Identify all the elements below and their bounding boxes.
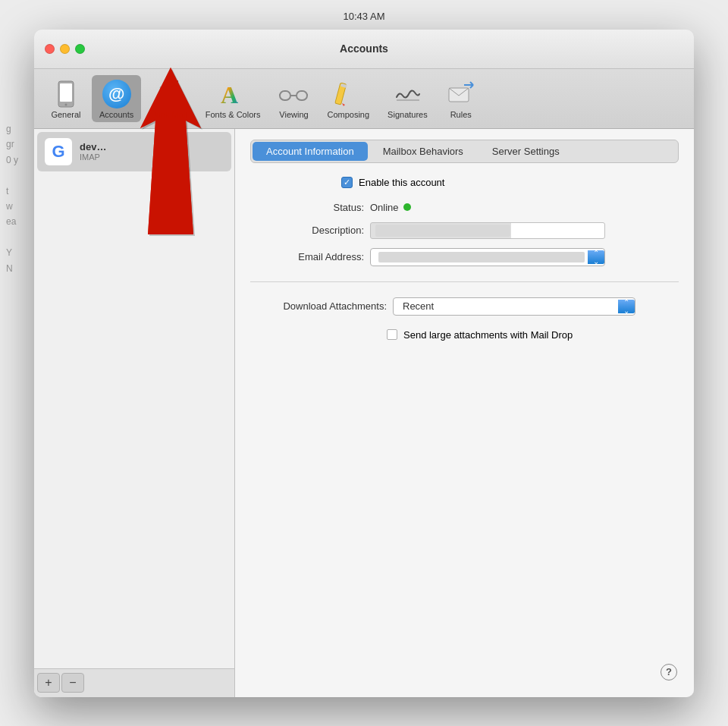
form-section: ✓ Enable this account Status: Online Des… (250, 177, 679, 341)
mail-drop-label: Send large attachments with Mail Drop (403, 329, 573, 341)
help-button[interactable]: ? (661, 664, 677, 680)
svg-rect-12 (280, 91, 290, 100)
account-name: dev… (80, 141, 106, 152)
junk-mail-icon (155, 80, 184, 108)
email-address-input[interactable]: ⌃⌄ (370, 248, 605, 266)
mail-drop-checkbox[interactable] (387, 329, 397, 340)
svg-rect-1 (60, 83, 72, 102)
rules-label: Rules (450, 110, 472, 119)
composing-icon (334, 80, 362, 108)
toolbar-item-general[interactable]: General (43, 75, 89, 122)
toolbar: General @ Accounts (34, 69, 694, 129)
main-content: G dev… IMAP + − Account Information Mail… (34, 129, 694, 697)
description-input[interactable] (370, 222, 605, 239)
general-icon (52, 80, 80, 108)
status-online-dot (403, 203, 411, 211)
email-address-arrow[interactable]: ⌃⌄ (588, 250, 604, 264)
junk-mail-label: Junk Mail (152, 110, 187, 119)
fonts-colors-icon: A (218, 80, 247, 108)
toolbar-item-composing[interactable]: Composing (319, 75, 377, 122)
composing-label: Composing (327, 110, 369, 119)
viewing-icon (279, 80, 308, 108)
svg-point-2 (65, 103, 67, 105)
status-value: Online (370, 202, 411, 213)
email-address-row: Email Address: ⌃⌄ (250, 248, 679, 266)
window-title: Accounts (340, 42, 388, 55)
viewing-label: Viewing (279, 110, 308, 119)
enable-row: ✓ Enable this account (341, 177, 679, 188)
enable-account-checkbox[interactable]: ✓ (341, 177, 353, 188)
status-label: Status: (250, 202, 364, 213)
detail-panel: Account Information Mailbox Behaviors Se… (235, 129, 694, 697)
window-controls (45, 44, 85, 54)
signatures-icon (393, 80, 422, 108)
toolbar-item-viewing[interactable]: Viewing (271, 75, 316, 122)
account-type: IMAP (80, 152, 106, 162)
svg-rect-13 (297, 91, 307, 100)
download-attachments-value: Recent (398, 300, 618, 312)
download-attachments-select[interactable]: Recent ⌃⌄ (393, 297, 635, 316)
toolbar-item-junk-mail[interactable]: Junk Mail (144, 75, 194, 122)
sidebar-bottom: + − (34, 668, 234, 697)
accounts-label: Accounts (99, 110, 133, 119)
minimize-button[interactable] (60, 44, 70, 54)
maximize-button[interactable] (75, 44, 85, 54)
accounts-icon: @ (102, 80, 131, 108)
tab-server-settings[interactable]: Server Settings (479, 142, 573, 161)
download-attachments-arrow[interactable]: ⌃⌄ (618, 300, 635, 313)
email-address-label: Email Address: (250, 251, 364, 262)
download-attachments-label: Download Attachments: (250, 300, 387, 312)
tab-account-information[interactable]: Account Information (253, 142, 368, 161)
general-label: General (51, 110, 80, 119)
remove-account-button[interactable]: − (61, 673, 84, 693)
description-label: Description: (250, 225, 364, 236)
svg-marker-18 (342, 103, 345, 106)
divider (250, 281, 679, 282)
signatures-label: Signatures (388, 110, 428, 119)
tab-mailbox-behaviors[interactable]: Mailbox Behaviors (369, 142, 477, 161)
status-row: Status: Online (250, 202, 679, 213)
toolbar-item-fonts-colors[interactable]: A Fonts & Colors (198, 75, 268, 122)
close-button[interactable] (45, 44, 55, 54)
rules-icon (447, 80, 475, 108)
account-info: dev… IMAP (80, 141, 106, 162)
download-attachments-row: Download Attachments: Recent ⌃⌄ (250, 297, 679, 316)
accounts-window: Accounts General @ Accounts (34, 30, 694, 697)
toolbar-item-accounts[interactable]: @ Accounts (92, 75, 141, 122)
titlebar: Accounts (34, 30, 694, 69)
add-account-button[interactable]: + (37, 673, 60, 693)
account-list: G dev… IMAP (34, 129, 234, 668)
status-text: Online (370, 202, 399, 213)
toolbar-item-signatures[interactable]: Signatures (380, 75, 435, 122)
google-avatar: G (45, 138, 72, 165)
time-display: 10:43 AM (344, 11, 385, 22)
description-row: Description: (250, 222, 679, 239)
account-item[interactable]: G dev… IMAP (37, 132, 231, 171)
fonts-colors-label: Fonts & Colors (206, 110, 261, 119)
mail-drop-row: Send large attachments with Mail Drop (387, 329, 679, 341)
enable-account-label: Enable this account (359, 177, 444, 188)
svg-text:A: A (221, 81, 238, 108)
toolbar-item-rules[interactable]: Rules (438, 75, 484, 122)
sidebar: G dev… IMAP + − (34, 129, 235, 697)
tab-bar: Account Information Mailbox Behaviors Se… (250, 140, 679, 163)
